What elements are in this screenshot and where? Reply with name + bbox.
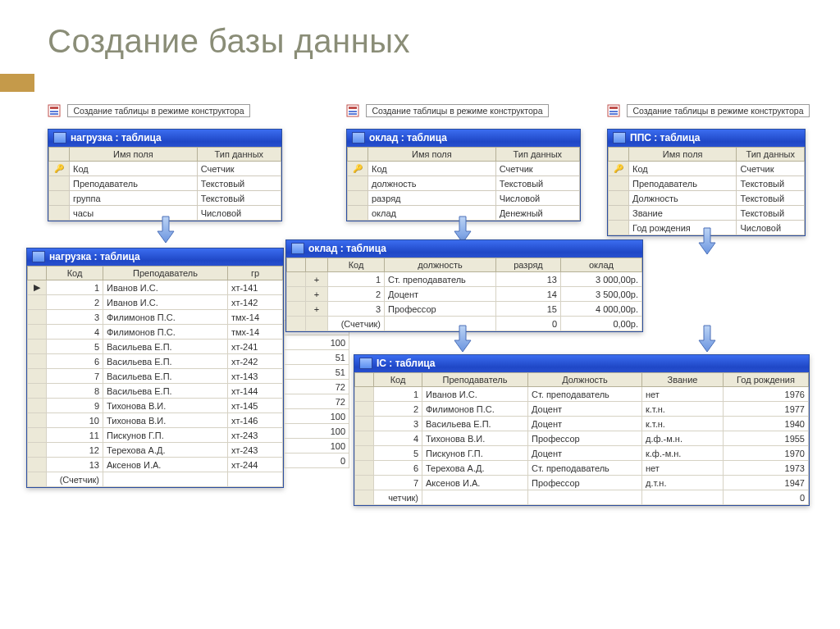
link-label: Создание таблицы в режиме конструктора [627, 104, 809, 117]
field-name[interactable]: Преподаватель [70, 176, 198, 191]
table-icon [32, 251, 45, 262]
svg-rect-3 [50, 113, 58, 115]
svg-rect-5 [349, 107, 357, 109]
arrow-down-icon [453, 324, 472, 353]
arrow-down-icon [697, 226, 717, 256]
field-type[interactable]: Текстовый [737, 191, 805, 206]
table-icon [359, 358, 372, 369]
field-name[interactable]: Преподаватель [629, 176, 737, 191]
field-name[interactable]: Звание [629, 206, 737, 221]
title-text: нагрузка : таблица [49, 251, 140, 262]
field-type[interactable]: Текстовый [737, 206, 805, 221]
titlebar[interactable]: оклад : таблица [347, 130, 580, 147]
field-name[interactable]: должность [368, 176, 496, 191]
svg-rect-2 [50, 111, 58, 112]
access-icon [607, 104, 620, 117]
field-name[interactable]: оклад [368, 206, 496, 221]
link-oklad-constructor[interactable]: Создание таблицы в режиме конструктора [346, 103, 549, 117]
field-type[interactable]: Счетчик [737, 162, 805, 176]
win-oklad-design[interactable]: оклад : таблица Имя поляТип данных🔑КодСч… [346, 129, 581, 221]
svg-rect-7 [349, 113, 357, 115]
field-type[interactable]: Числовой [197, 206, 281, 221]
field-name[interactable]: разряд [368, 191, 496, 206]
arrow-down-icon [697, 324, 717, 353]
title-text: нагрузка : таблица [71, 132, 162, 144]
arrow-down-icon [156, 215, 176, 244]
access-icon [346, 104, 359, 117]
table-icon [352, 132, 365, 144]
field-type[interactable]: Числовой [737, 221, 805, 235]
svg-rect-6 [349, 111, 357, 112]
titlebar[interactable]: нагрузка : таблица [48, 130, 281, 147]
svg-rect-10 [609, 111, 618, 112]
table-icon [291, 243, 304, 254]
access-icon [48, 104, 61, 117]
field-type[interactable]: Счетчик [197, 162, 281, 176]
design-grid[interactable]: Имя поляТип данных🔑КодСчетчикдолжностьТе… [347, 147, 580, 221]
win-nagruzka-sheet[interactable]: нагрузка : таблица КодПреподавательгр▶1И… [26, 248, 284, 488]
win-oklad-sheet[interactable]: оклад : таблица Коддолжностьразрядоклад+… [285, 239, 643, 332]
win-pps-sheet[interactable]: ІС : таблица КодПреподавательДолжностьЗв… [354, 354, 810, 506]
titlebar[interactable]: оклад : таблица [286, 240, 642, 258]
design-grid[interactable]: Имя поляТип данных🔑КодСчетчикПреподавате… [608, 147, 805, 235]
svg-rect-1 [50, 107, 58, 109]
field-name[interactable]: часы [70, 206, 198, 221]
datasheet[interactable]: Коддолжностьразрядоклад+1Ст. преподавате… [286, 258, 642, 331]
link-pps-constructor[interactable]: Создание таблицы в режиме конструктора [607, 103, 810, 117]
field-type[interactable]: Счетчик [495, 162, 579, 176]
nagruzka-hours-column: 100100515172721001001000 [284, 320, 349, 468]
field-name[interactable]: Должность [629, 191, 737, 206]
datasheet[interactable]: КодПреподавательДолжностьЗваниеГод рожде… [354, 372, 809, 505]
link-label: Создание таблицы в режиме конструктора [67, 104, 249, 117]
field-name[interactable]: группа [70, 191, 198, 206]
field-name[interactable]: Код [70, 162, 198, 176]
field-name[interactable]: Код [629, 162, 737, 176]
table-icon [613, 132, 626, 144]
datasheet[interactable]: КодПреподавательгр▶1Иванов И.С.хт-1412Ив… [27, 266, 283, 487]
titlebar[interactable]: ППС : таблица [608, 130, 805, 147]
field-name[interactable]: Год рождения [629, 221, 737, 235]
design-grid[interactable]: Имя поляТип данных🔑КодСчетчикПреподавате… [48, 147, 281, 221]
title-text: ІС : таблица [377, 358, 436, 369]
slide-title: Создание базы данных [0, 0, 840, 75]
win-nagruzka-design[interactable]: нагрузка : таблица Имя поляТип данных🔑Ко… [48, 129, 282, 221]
field-name[interactable]: Код [368, 162, 496, 176]
table-icon [53, 132, 66, 144]
titlebar[interactable]: ІС : таблица [354, 355, 809, 372]
link-nagruzka-constructor[interactable]: Создание таблицы в режиме конструктора [48, 103, 250, 117]
link-label: Создание таблицы в режиме конструктора [366, 104, 548, 117]
field-type[interactable]: Текстовый [197, 176, 281, 191]
field-type[interactable]: Денежный [495, 206, 579, 221]
accent-bar [0, 74, 34, 92]
title-text: ППС : таблица [630, 132, 700, 144]
title-text: оклад : таблица [308, 243, 386, 254]
field-type[interactable]: Текстовый [495, 176, 579, 191]
field-type[interactable]: Текстовый [197, 191, 281, 206]
titlebar[interactable]: нагрузка : таблица [27, 248, 283, 266]
title-text: оклад : таблица [369, 132, 447, 144]
field-type[interactable]: Числовой [495, 191, 579, 206]
svg-rect-9 [609, 107, 618, 109]
field-type[interactable]: Текстовый [737, 176, 805, 191]
svg-rect-11 [609, 113, 618, 115]
win-pps-design[interactable]: ППС : таблица Имя поляТип данных🔑КодСчет… [607, 129, 806, 236]
